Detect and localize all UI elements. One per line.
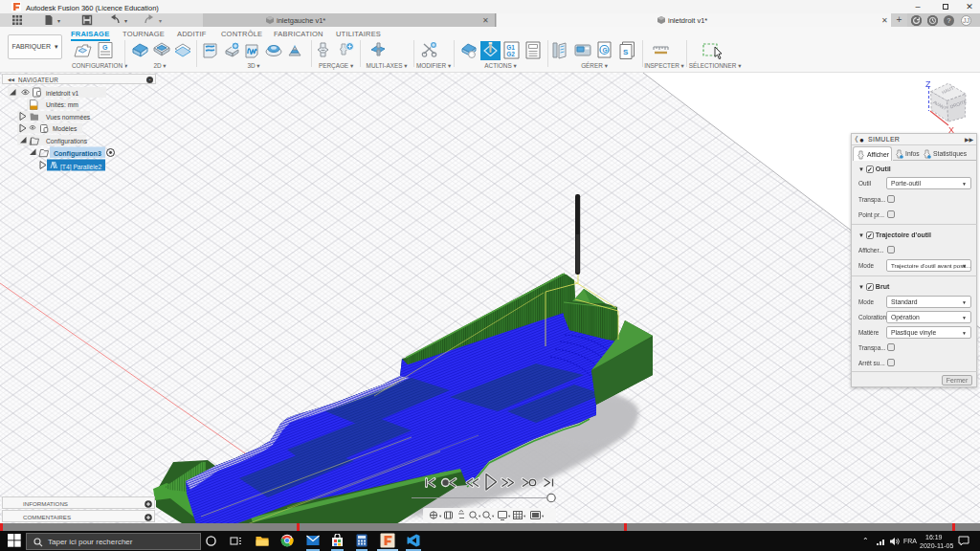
- svg-text:inletdroit v1: inletdroit v1: [46, 90, 78, 97]
- svg-text:Vues nommées: Vues nommées: [46, 114, 91, 121]
- svg-text:G1: G1: [506, 44, 515, 51]
- svg-text:G: G: [603, 47, 608, 54]
- svg-text:Z: Z: [925, 79, 931, 89]
- svg-text:G2: G2: [506, 51, 515, 57]
- svg-text:S: S: [623, 48, 629, 56]
- svg-text:G: G: [102, 44, 108, 51]
- svg-text:Modèles: Modèles: [53, 125, 78, 132]
- svg-text:Configurations: Configurations: [46, 138, 88, 145]
- svg-text:Unités: mm: Unités: mm: [46, 101, 78, 108]
- svg-text:[T4] Parallèle2: [T4] Parallèle2: [60, 164, 101, 171]
- svg-text:Configuration3: Configuration3: [54, 150, 101, 158]
